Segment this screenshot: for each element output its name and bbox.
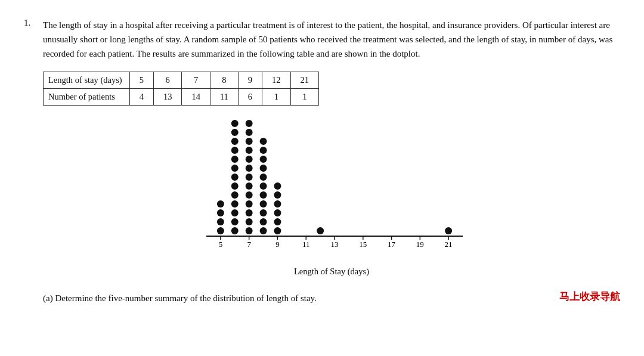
svg-text:7: 7 — [247, 240, 251, 249]
svg-point-50 — [260, 227, 267, 234]
svg-point-46 — [246, 138, 253, 145]
svg-point-43 — [246, 165, 253, 172]
svg-point-57 — [260, 165, 267, 172]
svg-point-59 — [260, 147, 267, 154]
svg-point-48 — [246, 120, 253, 127]
question-number: 1. — [24, 18, 43, 304]
table-cell: 5 — [129, 72, 153, 89]
svg-point-29 — [231, 174, 239, 181]
svg-point-27 — [231, 191, 239, 199]
part-a-text: (a) Determine the five-number summary of… — [43, 293, 317, 304]
dotplot-svg: 579111315171921 — [188, 120, 475, 263]
svg-point-52 — [260, 209, 267, 216]
svg-point-58 — [260, 156, 267, 163]
svg-point-45 — [246, 147, 253, 154]
svg-point-36 — [246, 227, 253, 234]
table-cell: 9 — [238, 72, 262, 89]
table-cell: 12 — [262, 72, 291, 89]
question-block: 1. The length of stay in a hospital afte… — [24, 18, 620, 304]
table-cell: 6 — [238, 89, 262, 106]
table-cell: 14 — [182, 89, 210, 106]
dotplot-xlabel: Length of Stay (days) — [294, 267, 369, 277]
svg-text:5: 5 — [219, 240, 223, 249]
svg-point-47 — [246, 129, 253, 136]
svg-point-60 — [260, 138, 267, 145]
svg-text:9: 9 — [275, 240, 280, 249]
svg-point-66 — [274, 182, 281, 190]
svg-point-65 — [274, 191, 281, 199]
svg-point-37 — [246, 218, 253, 225]
svg-point-38 — [246, 209, 253, 216]
part-a: (a) Determine the five-number summary of… — [43, 290, 620, 304]
svg-point-61 — [274, 227, 281, 234]
svg-point-42 — [246, 174, 253, 181]
dotplot-container: 579111315171921 Length of Stay (days) — [43, 120, 620, 277]
svg-point-22 — [217, 200, 224, 208]
table-cell: 1 — [290, 89, 319, 106]
question-content: The length of stay in a hospital after r… — [43, 18, 620, 304]
svg-point-63 — [274, 209, 281, 216]
watermark: 马上收录导航 — [559, 290, 620, 304]
svg-point-51 — [260, 218, 267, 225]
svg-point-53 — [260, 200, 267, 208]
svg-text:21: 21 — [445, 240, 453, 249]
table-row-label: Length of stay (days) — [44, 72, 130, 89]
svg-point-35 — [231, 120, 239, 127]
table-cell: 6 — [153, 72, 182, 89]
table-cell: 8 — [210, 72, 238, 89]
svg-point-33 — [231, 138, 239, 145]
svg-point-24 — [231, 218, 239, 225]
svg-point-23 — [231, 227, 239, 234]
svg-text:11: 11 — [302, 240, 310, 249]
svg-point-68 — [445, 227, 452, 234]
svg-point-55 — [260, 182, 267, 190]
svg-point-32 — [231, 147, 239, 154]
svg-point-26 — [231, 200, 239, 208]
table-row-label: Number of patients — [44, 89, 130, 106]
svg-point-28 — [231, 182, 239, 190]
svg-text:15: 15 — [359, 240, 367, 249]
svg-point-44 — [246, 156, 253, 163]
table-cell: 13 — [153, 89, 182, 106]
table-cell: 4 — [129, 89, 153, 106]
svg-text:19: 19 — [416, 240, 424, 249]
svg-point-67 — [317, 227, 324, 234]
svg-point-54 — [260, 191, 267, 199]
data-table: Length of stay (days)567891221Number of … — [43, 72, 319, 106]
svg-point-21 — [217, 209, 224, 216]
svg-point-64 — [274, 200, 281, 208]
svg-point-56 — [260, 174, 267, 181]
svg-point-40 — [246, 191, 253, 199]
question-text: The length of stay in a hospital after r… — [43, 18, 620, 61]
table-cell: 11 — [210, 89, 238, 106]
dotplot-svg-wrapper: 579111315171921 — [188, 120, 475, 265]
table-cell: 1 — [262, 89, 291, 106]
table-cell: 21 — [290, 72, 319, 89]
svg-text:13: 13 — [331, 240, 339, 249]
svg-point-39 — [246, 200, 253, 208]
table-cell: 7 — [182, 72, 210, 89]
svg-point-19 — [217, 227, 224, 234]
svg-point-41 — [246, 182, 253, 190]
svg-point-20 — [217, 218, 224, 225]
svg-point-62 — [274, 218, 281, 225]
svg-point-31 — [231, 156, 239, 163]
svg-point-25 — [231, 209, 239, 216]
svg-point-30 — [231, 165, 239, 172]
svg-point-34 — [231, 129, 239, 136]
svg-text:17: 17 — [388, 240, 396, 249]
